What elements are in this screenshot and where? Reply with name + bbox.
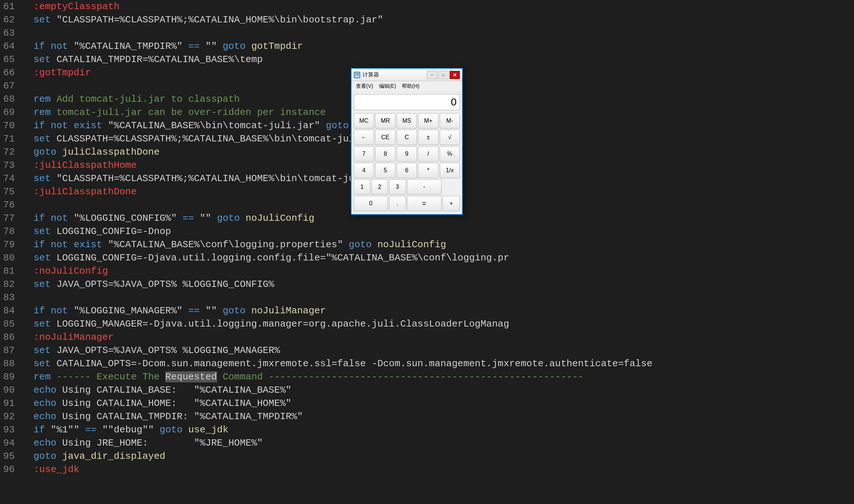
- line-number: 66: [0, 66, 22, 79]
- svg-rect-6: [356, 76, 357, 76]
- key-CE[interactable]: CE: [375, 130, 395, 145]
- line-number: 68: [0, 93, 22, 106]
- line-number: 77: [0, 212, 22, 225]
- key-C[interactable]: C: [397, 130, 417, 145]
- key-0[interactable]: 0: [354, 196, 388, 211]
- key-sqrt[interactable]: √: [440, 130, 460, 145]
- line-number: 94: [0, 436, 22, 450]
- code-line: 63: [0, 26, 854, 40]
- calc-row-56: 1 2 3 0 . - = +: [354, 179, 460, 211]
- key-8[interactable]: 8: [375, 146, 395, 162]
- line-number: 76: [0, 198, 22, 212]
- line-content: :gotTmpdir: [22, 66, 91, 79]
- line-number: 61: [0, 0, 22, 13]
- line-content: set JAVA_OPTS=%JAVA_OPTS% %LOGGING_CONFI…: [22, 278, 274, 291]
- key-percent[interactable]: %: [440, 146, 460, 162]
- key-MR[interactable]: MR: [375, 113, 395, 129]
- code-line: 82 set JAVA_OPTS=%JAVA_OPTS% %LOGGING_CO…: [0, 278, 854, 291]
- code-line: 83: [0, 291, 854, 304]
- line-number: 90: [0, 384, 22, 397]
- code-line: 96 :use_jdk: [0, 463, 854, 476]
- code-line: 81 :noJuliConfig: [0, 264, 854, 278]
- line-number: 72: [0, 145, 22, 159]
- maximize-button[interactable]: □: [438, 71, 448, 79]
- line-content: set JAVA_OPTS=%JAVA_OPTS% %LOGGING_MANAG…: [22, 344, 280, 357]
- line-content: set CATALINA_OPTS=-Dcom.sun.management.j…: [22, 357, 652, 370]
- minimize-button[interactable]: −: [427, 71, 437, 79]
- calc-title-left: 计算器: [354, 71, 379, 78]
- menu-edit[interactable]: 编辑(E): [376, 82, 399, 91]
- line-number: 84: [0, 304, 22, 317]
- calc-row-3: 7 8 9 / %: [354, 146, 460, 162]
- key-reciprocal[interactable]: 1/x: [440, 163, 460, 178]
- line-number: 87: [0, 344, 22, 357]
- key-9[interactable]: 9: [397, 146, 417, 162]
- display-value: 0: [451, 96, 457, 108]
- key-4[interactable]: 4: [354, 163, 374, 178]
- line-number: 81: [0, 264, 22, 278]
- line-number: 62: [0, 13, 22, 26]
- line-number: 78: [0, 225, 22, 238]
- key-equals[interactable]: =: [407, 196, 442, 211]
- key-backspace[interactable]: ←: [354, 130, 374, 145]
- key-add[interactable]: +: [443, 196, 460, 211]
- line-number: 86: [0, 331, 22, 344]
- line-number: 92: [0, 410, 22, 423]
- line-content: rem Add tomcat-juli.jar to classpath: [22, 93, 240, 106]
- line-content: :juliClasspathHome: [22, 159, 137, 172]
- key-multiply[interactable]: *: [418, 163, 438, 178]
- key-3[interactable]: 3: [389, 179, 406, 195]
- svg-rect-5: [355, 76, 356, 76]
- key-2[interactable]: 2: [371, 179, 388, 195]
- code-line: 92 echo Using CATALINA_TMPDIR: "%CATALIN…: [0, 410, 854, 423]
- code-line: 89 rem ------ Execute The Requested Comm…: [0, 370, 854, 384]
- line-content: if "%1"" == ""debug"" goto use_jdk: [22, 423, 228, 436]
- line-content: goto juliClasspathDone: [22, 145, 160, 159]
- line-content: :noJuliManager: [22, 331, 114, 344]
- code-line: 78 set LOGGING_CONFIG=-Dnop: [0, 225, 854, 238]
- key-1[interactable]: 1: [354, 179, 370, 195]
- calc-row-2: ← CE C ± √: [354, 130, 460, 145]
- line-content: if not "%CATALINA_TMPDIR%" == "" goto go…: [22, 40, 303, 53]
- code-line: 62 set "CLASSPATH=%CLASSPATH%;%CATALINA_…: [0, 13, 854, 26]
- line-content: :use_jdk: [22, 463, 79, 476]
- line-number: 83: [0, 291, 22, 304]
- menu-view[interactable]: 查看(V): [353, 82, 376, 91]
- key-6[interactable]: 6: [397, 163, 417, 178]
- close-button[interactable]: ✕: [450, 71, 460, 79]
- line-content: echo Using JRE_HOME: "%JRE_HOME%": [22, 436, 263, 450]
- line-content: rem tomcat-juli.jar can be over-ridden p…: [22, 106, 326, 119]
- line-number: 91: [0, 397, 22, 410]
- line-number: 95: [0, 450, 22, 463]
- key-decimal[interactable]: .: [389, 196, 406, 211]
- line-content: set CATALINA_TMPDIR=%CATALINA_BASE%\temp: [22, 53, 263, 66]
- menu-help[interactable]: 帮助(H): [399, 82, 422, 91]
- code-line: 64 if not "%CATALINA_TMPDIR%" == "" goto…: [0, 40, 854, 53]
- line-content: echo Using CATALINA_HOME: "%CATALINA_HOM…: [22, 397, 291, 410]
- code-line: 93 if "%1"" == ""debug"" goto use_jdk: [0, 423, 854, 436]
- calculator-icon: [354, 72, 360, 78]
- code-line: 80 set LOGGING_CONFIG=-Djava.util.loggin…: [0, 251, 854, 264]
- key-subtract[interactable]: -: [407, 179, 442, 195]
- code-line: 84 if not "%LOGGING_MANAGER%" == "" goto…: [0, 304, 854, 317]
- key-7[interactable]: 7: [354, 146, 374, 162]
- key-5[interactable]: 5: [375, 163, 395, 178]
- line-number: 85: [0, 317, 22, 331]
- line-content: :emptyClasspath: [22, 0, 119, 13]
- key-Mminus[interactable]: M-: [440, 113, 460, 129]
- code-line: 88 set CATALINA_OPTS=-Dcom.sun.managemen…: [0, 357, 854, 370]
- line-number: 70: [0, 119, 22, 132]
- line-number: 71: [0, 132, 22, 145]
- key-MS[interactable]: MS: [397, 113, 417, 129]
- calculator-buttons: MC MR MS M+ M- ← CE C ± √ 7 8 9 / % 4 5 …: [352, 112, 462, 214]
- key-divide[interactable]: /: [418, 146, 438, 162]
- key-plusminus[interactable]: ±: [418, 130, 438, 145]
- line-content: set CLASSPATH=%CLASSPATH%;%CATALINA_BASE…: [22, 132, 383, 145]
- line-number: 63: [0, 26, 22, 40]
- calc-row-5a: 1 2 3: [354, 179, 406, 195]
- calculator-menubar: 查看(V) 编辑(E) 帮助(H): [352, 81, 462, 92]
- key-Mplus[interactable]: M+: [418, 113, 438, 129]
- line-content: set "CLASSPATH=%CLASSPATH%;%CATALINA_HOM…: [22, 172, 394, 185]
- key-MC[interactable]: MC: [354, 113, 374, 129]
- line-number: 74: [0, 172, 22, 185]
